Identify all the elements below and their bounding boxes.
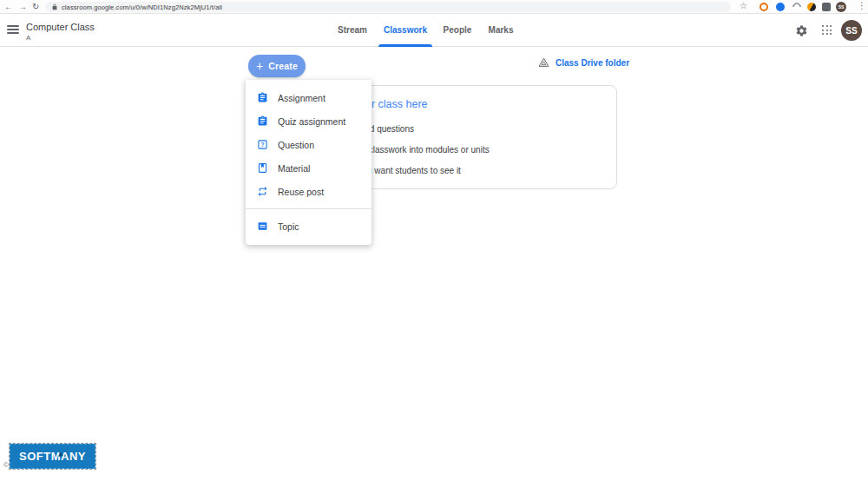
- menu-item-reuse-post[interactable]: Reuse post: [246, 180, 372, 203]
- class-section: A: [26, 34, 30, 42]
- class-drive-folder-link[interactable]: Class Drive folder: [538, 57, 629, 68]
- browser-toolbar: ← → ↻ classroom.google.com/u/0/w/NDI1Nzg…: [0, 0, 868, 14]
- question-icon: ?: [257, 139, 268, 150]
- create-menu: Assignment Quiz assignment ? Question Ma…: [246, 80, 372, 245]
- topic-icon: [257, 221, 268, 232]
- forward-icon[interactable]: →: [18, 1, 27, 12]
- svg-text:?: ?: [261, 142, 265, 148]
- copyright-mark: ©: [3, 461, 9, 469]
- extension-ring-icon[interactable]: [760, 3, 768, 11]
- menu-item-quiz-assignment[interactable]: Quiz assignment: [246, 109, 372, 133]
- active-tab-indicator: [378, 44, 432, 47]
- watermark-text: SOFTMANY: [19, 450, 86, 463]
- bookmark-star-icon[interactable]: ☆: [740, 1, 747, 10]
- lock-icon: [52, 3, 57, 10]
- menu-item-material[interactable]: Material: [246, 156, 372, 180]
- assignment-icon: [257, 92, 268, 103]
- tab-people[interactable]: People: [444, 25, 472, 35]
- drive-icon: [538, 57, 549, 68]
- menu-item-assignment[interactable]: Assignment: [246, 86, 372, 109]
- quiz-assignment-icon: [257, 115, 268, 127]
- screen: ← → ↻ classroom.google.com/u/0/w/NDI1Nzg…: [0, 0, 868, 481]
- url-text: classroom.google.com/u/0/w/NDI1Nzg2Nzk2M…: [62, 3, 222, 11]
- extensions-puzzle-icon[interactable]: [822, 3, 831, 11]
- tab-classwork[interactable]: Classwork: [384, 25, 427, 35]
- extension-adblock-icon[interactable]: [807, 3, 816, 11]
- settings-gear-icon[interactable]: [793, 23, 809, 38]
- material-icon: [257, 162, 268, 174]
- google-apps-icon[interactable]: [819, 23, 835, 38]
- class-title: Computer Class: [26, 22, 95, 32]
- back-icon[interactable]: ←: [4, 1, 13, 12]
- create-button[interactable]: + Create: [248, 55, 306, 77]
- browser-profile-avatar[interactable]: SS: [836, 2, 846, 12]
- plus-icon: +: [256, 60, 263, 72]
- reuse-post-icon: [257, 186, 268, 197]
- classroom-header: Computer Class A Stream Classwork People…: [0, 14, 868, 47]
- extension-profile-icon[interactable]: [776, 3, 785, 11]
- tab-stream[interactable]: Stream: [338, 25, 367, 35]
- browser-menu-icon[interactable]: ⋮: [858, 1, 866, 10]
- tab-marks[interactable]: Marks: [489, 25, 514, 35]
- account-avatar[interactable]: SS: [841, 20, 862, 41]
- main-menu-icon[interactable]: [7, 25, 19, 35]
- address-bar[interactable]: classroom.google.com/u/0/w/NDI1Nzg2Nzk2M…: [45, 2, 731, 12]
- menu-divider: [246, 208, 372, 209]
- extension-arc-icon[interactable]: [791, 1, 803, 13]
- reload-icon[interactable]: ↻: [32, 1, 39, 12]
- softmany-watermark: SOFTMANY: [10, 444, 95, 469]
- menu-item-question[interactable]: ? Question: [246, 133, 372, 156]
- menu-item-topic[interactable]: Topic: [246, 214, 372, 238]
